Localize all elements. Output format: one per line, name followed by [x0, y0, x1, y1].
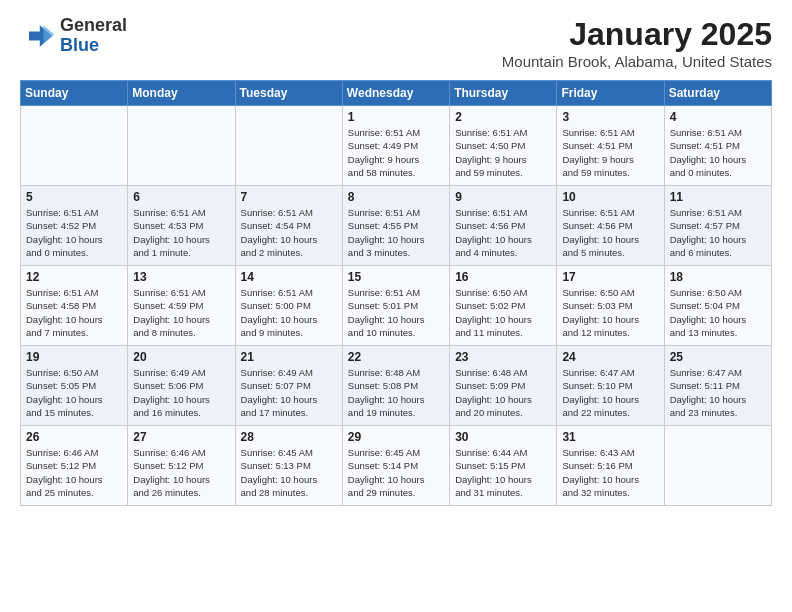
calendar-cell: 1Sunrise: 6:51 AM Sunset: 4:49 PM Daylig… — [342, 106, 449, 186]
calendar-cell: 21Sunrise: 6:49 AM Sunset: 5:07 PM Dayli… — [235, 346, 342, 426]
day-number: 19 — [26, 350, 122, 364]
cell-content: Sunrise: 6:45 AM Sunset: 5:14 PM Dayligh… — [348, 447, 425, 498]
cell-content: Sunrise: 6:51 AM Sunset: 4:54 PM Dayligh… — [241, 207, 318, 258]
cell-content: Sunrise: 6:51 AM Sunset: 4:57 PM Dayligh… — [670, 207, 747, 258]
cell-content: Sunrise: 6:49 AM Sunset: 5:07 PM Dayligh… — [241, 367, 318, 418]
cell-content: Sunrise: 6:51 AM Sunset: 4:56 PM Dayligh… — [455, 207, 532, 258]
day-number: 4 — [670, 110, 766, 124]
day-number: 22 — [348, 350, 444, 364]
day-number: 8 — [348, 190, 444, 204]
calendar-cell — [235, 106, 342, 186]
calendar-cell: 27Sunrise: 6:46 AM Sunset: 5:12 PM Dayli… — [128, 426, 235, 506]
day-number: 7 — [241, 190, 337, 204]
cell-content: Sunrise: 6:51 AM Sunset: 4:49 PM Dayligh… — [348, 127, 420, 178]
weekday-header-sunday: Sunday — [21, 81, 128, 106]
calendar-cell: 10Sunrise: 6:51 AM Sunset: 4:56 PM Dayli… — [557, 186, 664, 266]
week-row-5: 26Sunrise: 6:46 AM Sunset: 5:12 PM Dayli… — [21, 426, 772, 506]
calendar-cell: 11Sunrise: 6:51 AM Sunset: 4:57 PM Dayli… — [664, 186, 771, 266]
calendar-cell: 2Sunrise: 6:51 AM Sunset: 4:50 PM Daylig… — [450, 106, 557, 186]
cell-content: Sunrise: 6:51 AM Sunset: 4:56 PM Dayligh… — [562, 207, 639, 258]
cell-content: Sunrise: 6:46 AM Sunset: 5:12 PM Dayligh… — [133, 447, 210, 498]
calendar-cell: 13Sunrise: 6:51 AM Sunset: 4:59 PM Dayli… — [128, 266, 235, 346]
calendar-cell: 24Sunrise: 6:47 AM Sunset: 5:10 PM Dayli… — [557, 346, 664, 426]
weekday-header-monday: Monday — [128, 81, 235, 106]
calendar-cell: 14Sunrise: 6:51 AM Sunset: 5:00 PM Dayli… — [235, 266, 342, 346]
cell-content: Sunrise: 6:50 AM Sunset: 5:04 PM Dayligh… — [670, 287, 747, 338]
day-number: 9 — [455, 190, 551, 204]
day-number: 23 — [455, 350, 551, 364]
week-row-3: 12Sunrise: 6:51 AM Sunset: 4:58 PM Dayli… — [21, 266, 772, 346]
calendar-cell: 15Sunrise: 6:51 AM Sunset: 5:01 PM Dayli… — [342, 266, 449, 346]
day-number: 31 — [562, 430, 658, 444]
calendar-cell: 28Sunrise: 6:45 AM Sunset: 5:13 PM Dayli… — [235, 426, 342, 506]
day-number: 25 — [670, 350, 766, 364]
day-number: 26 — [26, 430, 122, 444]
calendar-cell: 3Sunrise: 6:51 AM Sunset: 4:51 PM Daylig… — [557, 106, 664, 186]
logo-area: General Blue — [20, 16, 127, 56]
calendar-cell: 30Sunrise: 6:44 AM Sunset: 5:15 PM Dayli… — [450, 426, 557, 506]
calendar-cell: 5Sunrise: 6:51 AM Sunset: 4:52 PM Daylig… — [21, 186, 128, 266]
day-number: 6 — [133, 190, 229, 204]
day-number: 27 — [133, 430, 229, 444]
calendar-cell — [664, 426, 771, 506]
calendar-cell: 23Sunrise: 6:48 AM Sunset: 5:09 PM Dayli… — [450, 346, 557, 426]
weekday-header-saturday: Saturday — [664, 81, 771, 106]
calendar-cell: 9Sunrise: 6:51 AM Sunset: 4:56 PM Daylig… — [450, 186, 557, 266]
day-number: 5 — [26, 190, 122, 204]
logo-icon — [20, 18, 56, 54]
day-number: 18 — [670, 270, 766, 284]
cell-content: Sunrise: 6:51 AM Sunset: 4:53 PM Dayligh… — [133, 207, 210, 258]
week-row-2: 5Sunrise: 6:51 AM Sunset: 4:52 PM Daylig… — [21, 186, 772, 266]
calendar-cell: 31Sunrise: 6:43 AM Sunset: 5:16 PM Dayli… — [557, 426, 664, 506]
calendar-cell: 26Sunrise: 6:46 AM Sunset: 5:12 PM Dayli… — [21, 426, 128, 506]
day-number: 16 — [455, 270, 551, 284]
weekday-row: SundayMondayTuesdayWednesdayThursdayFrid… — [21, 81, 772, 106]
weekday-header-wednesday: Wednesday — [342, 81, 449, 106]
cell-content: Sunrise: 6:46 AM Sunset: 5:12 PM Dayligh… — [26, 447, 103, 498]
cell-content: Sunrise: 6:47 AM Sunset: 5:11 PM Dayligh… — [670, 367, 747, 418]
calendar-cell: 16Sunrise: 6:50 AM Sunset: 5:02 PM Dayli… — [450, 266, 557, 346]
day-number: 21 — [241, 350, 337, 364]
calendar-cell: 4Sunrise: 6:51 AM Sunset: 4:51 PM Daylig… — [664, 106, 771, 186]
title-area: January 2025 Mountain Brook, Alabama, Un… — [502, 16, 772, 70]
calendar-header: SundayMondayTuesdayWednesdayThursdayFrid… — [21, 81, 772, 106]
cell-content: Sunrise: 6:48 AM Sunset: 5:08 PM Dayligh… — [348, 367, 425, 418]
weekday-header-tuesday: Tuesday — [235, 81, 342, 106]
calendar-cell — [128, 106, 235, 186]
calendar-body: 1Sunrise: 6:51 AM Sunset: 4:49 PM Daylig… — [21, 106, 772, 506]
day-number: 3 — [562, 110, 658, 124]
calendar-cell — [21, 106, 128, 186]
day-number: 29 — [348, 430, 444, 444]
day-number: 11 — [670, 190, 766, 204]
day-number: 20 — [133, 350, 229, 364]
cell-content: Sunrise: 6:51 AM Sunset: 4:52 PM Dayligh… — [26, 207, 103, 258]
day-number: 2 — [455, 110, 551, 124]
header: General Blue January 2025 Mountain Brook… — [20, 16, 772, 70]
day-number: 13 — [133, 270, 229, 284]
weekday-header-thursday: Thursday — [450, 81, 557, 106]
logo-general-label: General — [60, 16, 127, 36]
logo-blue-label: Blue — [60, 36, 127, 56]
calendar-cell: 22Sunrise: 6:48 AM Sunset: 5:08 PM Dayli… — [342, 346, 449, 426]
cell-content: Sunrise: 6:51 AM Sunset: 4:59 PM Dayligh… — [133, 287, 210, 338]
calendar-cell: 19Sunrise: 6:50 AM Sunset: 5:05 PM Dayli… — [21, 346, 128, 426]
cell-content: Sunrise: 6:51 AM Sunset: 4:50 PM Dayligh… — [455, 127, 527, 178]
cell-content: Sunrise: 6:49 AM Sunset: 5:06 PM Dayligh… — [133, 367, 210, 418]
day-number: 14 — [241, 270, 337, 284]
calendar-cell: 17Sunrise: 6:50 AM Sunset: 5:03 PM Dayli… — [557, 266, 664, 346]
cell-content: Sunrise: 6:48 AM Sunset: 5:09 PM Dayligh… — [455, 367, 532, 418]
cell-content: Sunrise: 6:51 AM Sunset: 4:55 PM Dayligh… — [348, 207, 425, 258]
day-number: 17 — [562, 270, 658, 284]
calendar-cell: 8Sunrise: 6:51 AM Sunset: 4:55 PM Daylig… — [342, 186, 449, 266]
svg-marker-1 — [43, 25, 54, 43]
page: General Blue January 2025 Mountain Brook… — [0, 0, 792, 516]
cell-content: Sunrise: 6:50 AM Sunset: 5:05 PM Dayligh… — [26, 367, 103, 418]
logo-text: General Blue — [60, 16, 127, 56]
cell-content: Sunrise: 6:43 AM Sunset: 5:16 PM Dayligh… — [562, 447, 639, 498]
calendar-cell: 18Sunrise: 6:50 AM Sunset: 5:04 PM Dayli… — [664, 266, 771, 346]
calendar-cell: 25Sunrise: 6:47 AM Sunset: 5:11 PM Dayli… — [664, 346, 771, 426]
calendar-cell: 20Sunrise: 6:49 AM Sunset: 5:06 PM Dayli… — [128, 346, 235, 426]
day-number: 12 — [26, 270, 122, 284]
calendar-cell: 29Sunrise: 6:45 AM Sunset: 5:14 PM Dayli… — [342, 426, 449, 506]
cell-content: Sunrise: 6:44 AM Sunset: 5:15 PM Dayligh… — [455, 447, 532, 498]
